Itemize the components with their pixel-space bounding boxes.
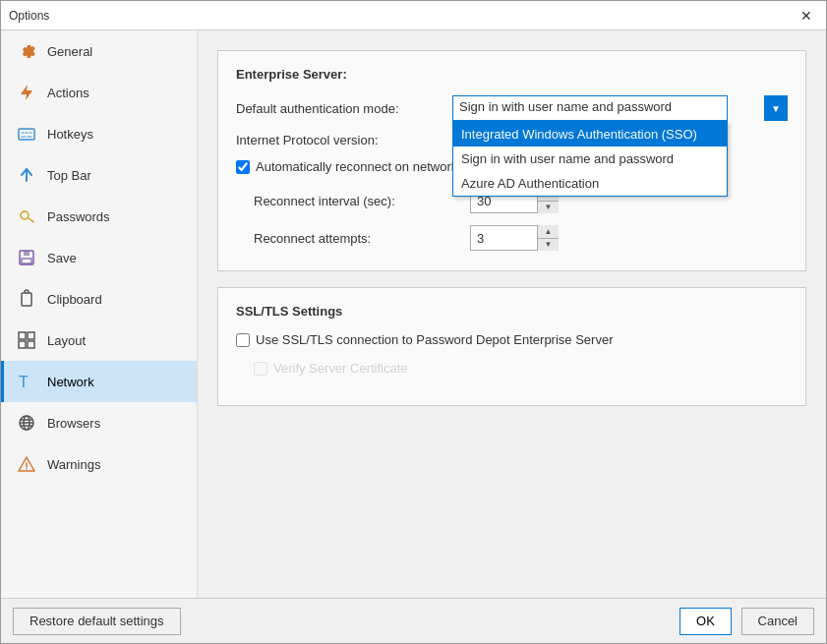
dropdown-option-sso[interactable]: Integrated Windows Authentication (SSO) bbox=[453, 122, 727, 146]
verify-cert-row: Verify Server Certificate bbox=[254, 361, 788, 376]
sidebar-item-hotkeys-label: Hotkeys bbox=[47, 127, 93, 142]
svg-rect-6 bbox=[22, 293, 31, 306]
title-bar: Options ✕ bbox=[1, 1, 826, 30]
sidebar-item-hotkeys[interactable]: Hotkeys bbox=[1, 113, 197, 154]
sidebar-item-passwords-label: Passwords bbox=[47, 209, 110, 224]
sidebar-item-clipboard[interactable]: Clipboard bbox=[1, 278, 197, 320]
ssl-section: SSL/TLS Settings Use SSL/TLS connection … bbox=[217, 287, 806, 406]
svg-rect-10 bbox=[28, 341, 34, 348]
sidebar-item-layout-label: Layout bbox=[47, 333, 86, 348]
sidebar-item-browsers[interactable]: Browsers bbox=[1, 402, 197, 443]
svg-rect-7 bbox=[19, 332, 26, 339]
layout-icon bbox=[16, 329, 37, 351]
svg-text:T: T bbox=[19, 374, 29, 390]
dropdown-option-azure[interactable]: Azure AD Authentication bbox=[453, 171, 727, 196]
sidebar-item-network[interactable]: T Network bbox=[1, 361, 197, 402]
sidebar-item-save[interactable]: Save bbox=[1, 237, 197, 278]
ssl-checkbox-label: Use SSL/TLS connection to Password Depot… bbox=[256, 332, 613, 347]
globe-icon bbox=[16, 412, 37, 434]
sidebar-item-warnings[interactable]: Warnings bbox=[1, 443, 197, 485]
sidebar: General Actions Hotkeys bbox=[1, 30, 198, 598]
topbar-icon bbox=[16, 164, 37, 186]
window-title: Options bbox=[9, 9, 49, 23]
sidebar-item-save-label: Save bbox=[47, 251, 77, 265]
auto-reconnect-checkbox[interactable] bbox=[236, 160, 250, 174]
sidebar-item-browsers-label: Browsers bbox=[47, 416, 100, 431]
save-icon bbox=[16, 247, 37, 268]
content-area: General Actions Hotkeys bbox=[1, 30, 826, 598]
sidebar-item-topbar-label: Top Bar bbox=[47, 168, 91, 183]
reconnect-attempts-down-button[interactable]: ▼ bbox=[538, 239, 559, 252]
clipboard-icon bbox=[16, 288, 37, 310]
sidebar-item-topbar[interactable]: Top Bar bbox=[1, 154, 197, 196]
sidebar-item-network-label: Network bbox=[47, 375, 94, 389]
ip-version-label: Internet Protocol version: bbox=[236, 133, 452, 147]
bottom-bar: Restore default settings OK Cancel bbox=[1, 598, 826, 643]
enterprise-server-section: Enterprise Server: Default authenticatio… bbox=[217, 50, 806, 271]
auth-mode-label: Default authentication mode: bbox=[236, 101, 452, 116]
svg-rect-5 bbox=[22, 259, 31, 263]
spinner-down-button[interactable]: ▼ bbox=[538, 202, 559, 214]
dropdown-arrow-icon: ▼ bbox=[764, 95, 788, 121]
ssl-section-title: SSL/TLS Settings bbox=[236, 304, 788, 319]
lightning-icon bbox=[16, 82, 37, 103]
key-icon bbox=[16, 205, 37, 227]
svg-rect-9 bbox=[19, 341, 26, 348]
sidebar-item-clipboard-label: Clipboard bbox=[47, 292, 102, 307]
ok-cancel-group: OK Cancel bbox=[679, 608, 814, 635]
ok-button[interactable]: OK bbox=[679, 608, 732, 635]
network-icon: T bbox=[16, 371, 37, 392]
hotkey-icon bbox=[16, 123, 37, 145]
sidebar-item-general-label: General bbox=[47, 44, 92, 59]
sidebar-item-layout[interactable]: Layout bbox=[1, 320, 197, 361]
svg-rect-4 bbox=[24, 251, 30, 256]
dropdown-option-userpass[interactable]: Sign in with user name and password bbox=[453, 146, 727, 171]
sidebar-item-warnings-label: Warnings bbox=[47, 457, 100, 472]
verify-cert-label: Verify Server Certificate bbox=[273, 361, 408, 376]
auth-mode-dropdown-menu: Integrated Windows Authentication (SSO) … bbox=[452, 121, 728, 197]
verify-cert-checkbox[interactable] bbox=[254, 362, 267, 376]
reconnect-attempts-up-button[interactable]: ▲ bbox=[538, 225, 559, 239]
sidebar-item-actions[interactable]: Actions bbox=[1, 72, 197, 113]
warning-icon bbox=[16, 453, 37, 475]
auth-mode-dropdown-wrapper[interactable]: Sign in with user name and password ▼ In… bbox=[452, 95, 788, 121]
close-button[interactable]: ✕ bbox=[795, 7, 818, 25]
svg-rect-0 bbox=[19, 129, 34, 140]
reconnect-attempts-spinner: ▲ ▼ bbox=[470, 225, 559, 251]
reconnect-interval-label: Reconnect interval (sec): bbox=[254, 194, 470, 208]
sidebar-item-passwords[interactable]: Passwords bbox=[1, 196, 197, 237]
main-panel: Enterprise Server: Default authenticatio… bbox=[198, 30, 826, 598]
svg-rect-8 bbox=[28, 332, 34, 339]
reconnect-attempts-row: Reconnect attempts: ▲ ▼ bbox=[254, 225, 788, 251]
enterprise-server-title: Enterprise Server: bbox=[236, 67, 788, 82]
cancel-button[interactable]: Cancel bbox=[741, 608, 814, 635]
auth-mode-select[interactable]: Sign in with user name and password bbox=[452, 95, 728, 121]
ssl-checkbox-row: Use SSL/TLS connection to Password Depot… bbox=[236, 332, 788, 347]
auth-mode-row: Default authentication mode: Sign in wit… bbox=[236, 95, 788, 121]
ssl-checkbox[interactable] bbox=[236, 333, 250, 347]
sidebar-item-actions-label: Actions bbox=[47, 86, 89, 100]
reconnect-attempts-label: Reconnect attempts: bbox=[254, 231, 470, 246]
gear-icon bbox=[16, 40, 37, 62]
restore-defaults-button[interactable]: Restore default settings bbox=[13, 608, 181, 635]
svg-point-18 bbox=[26, 468, 28, 470]
reconnect-attempts-buttons: ▲ ▼ bbox=[537, 225, 559, 251]
options-window: Options ✕ General A bbox=[0, 0, 827, 644]
sidebar-item-general[interactable]: General bbox=[1, 30, 197, 72]
